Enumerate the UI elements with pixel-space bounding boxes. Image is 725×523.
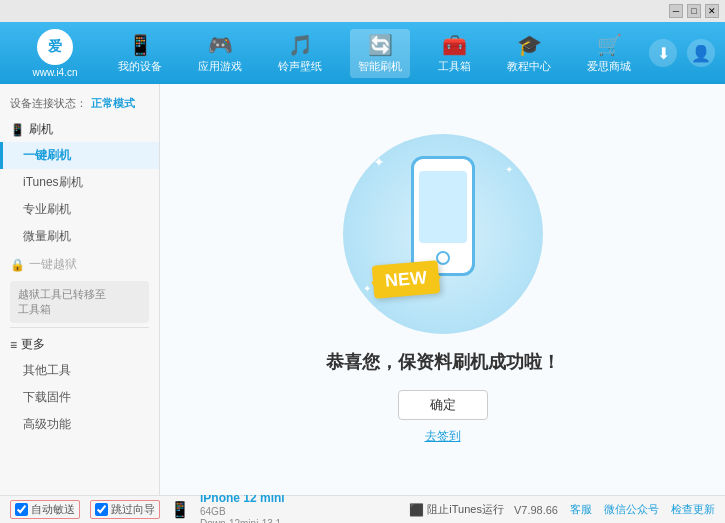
sidebar-more-section: ≡ 更多 其他工具 下载固件 高级功能 <box>0 332 159 438</box>
sidebar-item-advanced[interactable]: 高级功能 <box>0 411 159 438</box>
version-label: V7.98.66 <box>514 504 558 516</box>
logo-icon: 爱 <box>37 29 73 65</box>
nav-smart-flash[interactable]: 🔄 智能刷机 <box>350 29 410 78</box>
close-btn[interactable]: ✕ <box>705 4 719 18</box>
flash-header-icon: 📱 <box>10 123 25 137</box>
bottom-right: V7.98.66 客服 微信公众号 检查更新 <box>514 502 715 517</box>
skip-wizard-label: 跳过向导 <box>111 502 155 517</box>
new-badge: NEW <box>371 260 440 299</box>
wechat-link[interactable]: 微信公众号 <box>604 502 659 517</box>
skip-wizard-input[interactable] <box>95 503 108 516</box>
sidebar-divider <box>10 327 149 328</box>
stop-icon: ⬛ <box>409 503 424 517</box>
nav-my-device-label: 我的设备 <box>118 59 162 74</box>
main-layout: 设备连接状态： 正常模式 📱 刷机 一键刷机 iTunes刷机 专业刷机 微量刷… <box>0 84 725 495</box>
sidebar-item-small-flash[interactable]: 微量刷机 <box>0 223 159 250</box>
jailbreak-notice: 越狱工具已转移至工具箱 <box>10 281 149 323</box>
device-firmware: Down-12mini-13,1 <box>200 518 285 524</box>
more-icon: ≡ <box>10 338 17 352</box>
nav-smart-flash-label: 智能刷机 <box>358 59 402 74</box>
title-bar: ─ □ ✕ <box>0 0 725 22</box>
sidebar-item-onekey-flash[interactable]: 一键刷机 <box>0 142 159 169</box>
nav-app-game[interactable]: 🎮 应用游戏 <box>190 29 250 78</box>
skip-wizard-checkbox[interactable]: 跳过向导 <box>90 500 160 519</box>
nav-app-game-label: 应用游戏 <box>198 59 242 74</box>
nav-toolbox-label: 工具箱 <box>438 59 471 74</box>
check-update-link[interactable]: 检查更新 <box>671 502 715 517</box>
sidebar-flash-header: 📱 刷机 <box>0 117 159 142</box>
device-info: iPhone 12 mini 64GB Down-12mini-13,1 <box>200 491 285 524</box>
auto-flash-label: 自动敏送 <box>31 502 75 517</box>
sidebar-jailbreak-header: 🔒 一键越狱 <box>0 252 159 277</box>
success-text: 恭喜您，保资料刷机成功啦！ <box>326 350 560 374</box>
maximize-btn[interactable]: □ <box>687 4 701 18</box>
flash-header-label: 刷机 <box>29 121 53 138</box>
sidebar-item-download-firmware[interactable]: 下载固件 <box>0 384 159 411</box>
nav-shop[interactable]: 🛒 爱思商城 <box>579 29 639 78</box>
phone-illustration: ✦ ✦ ✦ NEW <box>343 134 543 334</box>
nav-shop-label: 爱思商城 <box>587 59 631 74</box>
nav-tutorial-label: 教程中心 <box>507 59 551 74</box>
sidebar-item-other-tools[interactable]: 其他工具 <box>0 357 159 384</box>
app-game-icon: 🎮 <box>208 33 233 57</box>
tutorial-icon: 🎓 <box>517 33 542 57</box>
logo[interactable]: 爱 www.i4.cn <box>10 29 100 78</box>
logo-text: www.i4.cn <box>32 67 77 78</box>
sidebar-item-itunes-flash[interactable]: iTunes刷机 <box>0 169 159 196</box>
sidebar-jailbreak-section: 🔒 一键越狱 越狱工具已转移至工具箱 <box>0 252 159 323</box>
toolbox-icon: 🧰 <box>442 33 467 57</box>
lock-icon: 🔒 <box>10 258 25 272</box>
content-area: ✦ ✦ ✦ NEW 恭喜您，保资料刷机成功啦！ 确定 去签到 <box>160 84 725 495</box>
customer-service-link[interactable]: 客服 <box>570 502 592 517</box>
bottom-bar: 自动敏送 跳过向导 📱 iPhone 12 mini 64GB Down-12m… <box>0 495 725 523</box>
nav-right: ⬇ 👤 <box>649 39 715 67</box>
sidebar-item-pro-flash[interactable]: 专业刷机 <box>0 196 159 223</box>
user-btn[interactable]: 👤 <box>687 39 715 67</box>
top-nav: 爱 www.i4.cn 📱 我的设备 🎮 应用游戏 🎵 铃声壁纸 🔄 智能刷机 … <box>0 22 725 84</box>
sparkle-2: ✦ <box>505 164 513 175</box>
nav-ringtone-label: 铃声壁纸 <box>278 59 322 74</box>
more-label: 更多 <box>21 336 45 353</box>
stop-itunes-btn[interactable]: ⬛ 阻止iTunes运行 <box>409 502 504 517</box>
confirm-button[interactable]: 确定 <box>398 390 488 420</box>
my-device-icon: 📱 <box>128 33 153 57</box>
sparkle-1: ✦ <box>373 154 385 170</box>
sidebar-more-header: ≡ 更多 <box>0 332 159 357</box>
nav-my-device[interactable]: 📱 我的设备 <box>110 29 170 78</box>
shop-icon: 🛒 <box>597 33 622 57</box>
smart-flash-icon: 🔄 <box>368 33 393 57</box>
minimize-btn[interactable]: ─ <box>669 4 683 18</box>
auto-flash-input[interactable] <box>15 503 28 516</box>
sidebar-flash-section: 📱 刷机 一键刷机 iTunes刷机 专业刷机 微量刷机 <box>0 117 159 250</box>
stop-label: 阻止iTunes运行 <box>427 502 504 517</box>
nav-items: 📱 我的设备 🎮 应用游戏 🎵 铃声壁纸 🔄 智能刷机 🧰 工具箱 🎓 教程中心… <box>100 29 649 78</box>
nav-ringtone[interactable]: 🎵 铃声壁纸 <box>270 29 330 78</box>
phone-screen <box>419 171 467 243</box>
auto-flash-checkbox[interactable]: 自动敏送 <box>10 500 80 519</box>
device-phone-icon: 📱 <box>170 500 190 519</box>
ringtone-icon: 🎵 <box>288 33 313 57</box>
bottom-left: 自动敏送 跳过向导 📱 iPhone 12 mini 64GB Down-12m… <box>10 491 399 524</box>
go-daily-link[interactable]: 去签到 <box>425 428 461 445</box>
phone-shape <box>411 156 475 276</box>
nav-tutorial[interactable]: 🎓 教程中心 <box>499 29 559 78</box>
status-label: 设备连接状态： <box>10 96 87 111</box>
download-btn[interactable]: ⬇ <box>649 39 677 67</box>
jailbreak-label: 一键越狱 <box>29 256 77 273</box>
status-bar: 设备连接状态： 正常模式 <box>0 92 159 117</box>
status-value: 正常模式 <box>91 96 135 111</box>
device-storage: 64GB <box>200 506 285 517</box>
nav-toolbox[interactable]: 🧰 工具箱 <box>430 29 479 78</box>
sidebar: 设备连接状态： 正常模式 📱 刷机 一键刷机 iTunes刷机 专业刷机 微量刷… <box>0 84 160 495</box>
